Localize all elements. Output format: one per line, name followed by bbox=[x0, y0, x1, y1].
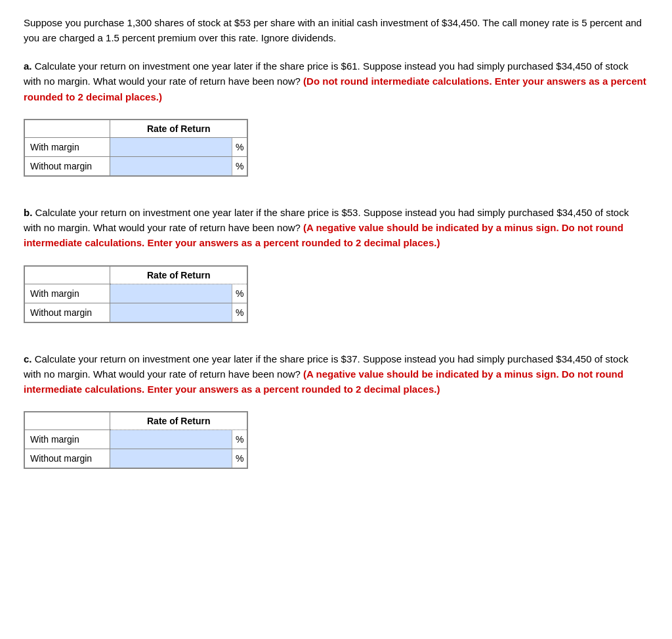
table-a-row1-input-cell: % bbox=[110, 137, 247, 156]
table-c-without-margin-input[interactable] bbox=[110, 449, 232, 468]
table-b-row2-label: Without margin bbox=[25, 303, 110, 322]
table-a-row2-pct: % bbox=[232, 157, 247, 175]
table-b: Rate of Return With margin % Without mar… bbox=[24, 265, 248, 323]
table-b-row1-label: With margin bbox=[25, 284, 110, 303]
table-b-row1-input-wrapper: % bbox=[110, 284, 247, 303]
table-b-with-margin-input[interactable] bbox=[110, 284, 232, 303]
table-a-row1-input-wrapper: % bbox=[110, 138, 247, 156]
table-row: Without margin % bbox=[25, 303, 247, 322]
question-a-text: a. Calculate your return on investment o… bbox=[24, 58, 648, 104]
table-a-row2-input-wrapper: % bbox=[110, 157, 247, 175]
table-b-header: Rate of Return bbox=[110, 266, 247, 284]
question-b-label: b. bbox=[24, 207, 32, 218]
table-b-row1-pct: % bbox=[232, 284, 247, 303]
table-row: Without margin % bbox=[25, 156, 247, 175]
table-b-without-margin-input[interactable] bbox=[110, 303, 232, 322]
table-a-row1-label: With margin bbox=[25, 137, 110, 156]
table-b-row2-input-wrapper: % bbox=[110, 303, 247, 322]
table-b-row2-pct: % bbox=[232, 303, 247, 322]
question-c-label: c. bbox=[24, 353, 32, 364]
table-b-empty-header bbox=[25, 266, 110, 284]
question-b-text: b. Calculate your return on investment o… bbox=[24, 205, 648, 251]
question-c-text: c. Calculate your return on investment o… bbox=[24, 351, 648, 397]
table-c-row2-pct: % bbox=[232, 449, 247, 468]
table-c-row2-label: Without margin bbox=[25, 449, 110, 468]
table-c: Rate of Return With margin % Without mar… bbox=[24, 411, 248, 469]
table-row: With margin % bbox=[25, 137, 247, 156]
section-b: b. Calculate your return on investment o… bbox=[24, 205, 648, 325]
table-c-row2-input-cell: % bbox=[110, 449, 247, 468]
table-c-header: Rate of Return bbox=[110, 412, 247, 430]
table-b-row1-input-cell: % bbox=[110, 284, 247, 303]
table-c-row1-pct: % bbox=[232, 430, 247, 449]
table-a-row2-input-cell: % bbox=[110, 156, 247, 175]
table-a-header: Rate of Return bbox=[110, 120, 247, 137]
section-c: c. Calculate your return on investment o… bbox=[24, 351, 648, 472]
table-row: Without margin % bbox=[25, 449, 247, 468]
table-c-row2-input-wrapper: % bbox=[110, 449, 247, 468]
table-c-with-margin-input[interactable] bbox=[110, 430, 232, 449]
table-c-row1-input-wrapper: % bbox=[110, 430, 247, 449]
question-a-label: a. bbox=[24, 60, 32, 72]
table-a-empty-header bbox=[25, 120, 110, 137]
section-a: a. Calculate your return on investment o… bbox=[24, 58, 648, 179]
intro-text: Suppose you purchase 1,300 shares of sto… bbox=[24, 16, 648, 45]
table-c-row1-input-cell: % bbox=[110, 430, 247, 449]
table-a: Rate of Return With margin % Without mar… bbox=[24, 119, 248, 177]
table-row: With margin % bbox=[25, 430, 247, 449]
table-b-row2-input-cell: % bbox=[110, 303, 247, 322]
table-row: With margin % bbox=[25, 284, 247, 303]
table-a-with-margin-input[interactable] bbox=[110, 138, 232, 156]
table-c-row1-label: With margin bbox=[25, 430, 110, 449]
table-c-empty-header bbox=[25, 412, 110, 430]
table-a-row1-pct: % bbox=[232, 138, 247, 156]
table-a-row2-label: Without margin bbox=[25, 156, 110, 175]
table-a-without-margin-input[interactable] bbox=[110, 157, 232, 175]
